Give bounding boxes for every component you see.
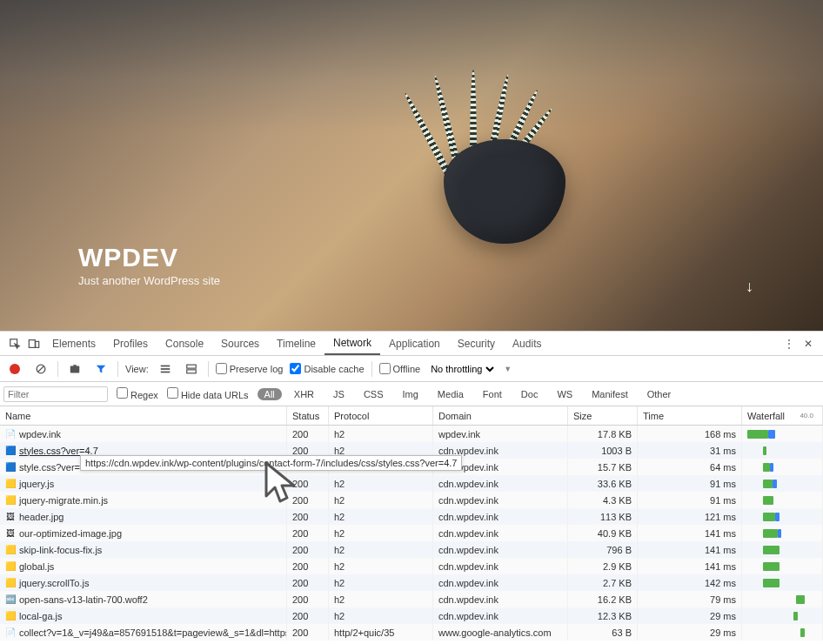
tab-application[interactable]: Application xyxy=(380,332,449,355)
request-time: 141 ms xyxy=(638,525,742,541)
network-request-row[interactable]: 🖼our-optimized-image.jpg200h2cdn.wpdev.i… xyxy=(0,525,823,541)
filter-icon[interactable] xyxy=(91,359,110,379)
js-icon: 🟨 xyxy=(5,561,16,572)
request-name: jquery.js xyxy=(19,479,54,489)
network-request-row[interactable]: 📄wpdev.ink200h2wpdev.ink17.8 KB168 ms xyxy=(0,426,823,442)
request-status: 200 xyxy=(287,558,329,574)
request-protocol: h2 xyxy=(329,492,433,508)
request-time: 168 ms xyxy=(638,426,742,442)
font-icon: 🔤 xyxy=(5,594,16,605)
request-size: 15.7 KB xyxy=(568,459,638,475)
filter-input[interactable] xyxy=(3,386,108,402)
col-status[interactable]: Status xyxy=(287,406,329,425)
request-name: global.js xyxy=(19,561,54,572)
request-status: 200 xyxy=(287,574,329,591)
request-domain: cdn.wpdev.ink xyxy=(433,607,568,624)
network-request-row[interactable]: 🟨jquery.scrollTo.js200h2cdn.wpdev.ink2.7… xyxy=(0,574,823,591)
offline-checkbox[interactable]: Offline xyxy=(379,363,421,374)
request-time: 141 ms xyxy=(638,558,742,574)
col-domain[interactable]: Domain xyxy=(433,406,568,425)
tab-security[interactable]: Security xyxy=(449,332,504,355)
filter-type-doc[interactable]: Doc xyxy=(514,388,545,400)
svg-rect-7 xyxy=(160,365,170,366)
network-request-row[interactable]: 🟨local-ga.js200h2cdn.wpdev.ink12.3 KB29 … xyxy=(0,607,823,624)
tab-timeline[interactable]: Timeline xyxy=(268,332,325,355)
request-domain: www.google-analytics.com xyxy=(433,624,568,641)
tab-elements[interactable]: Elements xyxy=(43,332,104,355)
request-waterfall xyxy=(742,525,823,541)
filter-type-other[interactable]: Other xyxy=(640,388,679,400)
request-name: open-sans-v13-latin-700.woff2 xyxy=(19,594,148,605)
scroll-down-arrow-icon[interactable]: ↓ xyxy=(746,278,753,296)
filter-type-manifest[interactable]: Manifest xyxy=(585,388,635,400)
tab-network[interactable]: Network xyxy=(325,332,380,355)
preserve-log-checkbox[interactable]: Preserve log xyxy=(216,363,284,374)
inspect-element-icon[interactable] xyxy=(5,334,24,353)
request-size: 4.3 KB xyxy=(568,492,638,508)
network-request-row[interactable]: 🟨jquery.js200h2cdn.wpdev.ink33.6 KB91 ms xyxy=(0,475,823,492)
filter-type-xhr[interactable]: XHR xyxy=(287,388,321,400)
tab-audits[interactable]: Audits xyxy=(504,332,550,355)
col-waterfall[interactable]: Waterfall40.0 xyxy=(742,406,823,425)
filter-type-media[interactable]: Media xyxy=(431,388,471,400)
request-protocol: h2 xyxy=(329,574,433,591)
filter-type-font[interactable]: Font xyxy=(476,388,509,400)
network-grid-header: Name Status Protocol Domain Size Time Wa… xyxy=(0,406,823,426)
request-status: 200 xyxy=(287,426,329,442)
tab-console[interactable]: Console xyxy=(157,332,212,355)
request-waterfall xyxy=(742,475,823,492)
col-time[interactable]: Time xyxy=(638,406,742,425)
tab-profiles[interactable]: Profiles xyxy=(104,332,157,355)
request-size: 63 B xyxy=(568,624,638,641)
request-status: 200 xyxy=(287,492,329,508)
svg-rect-8 xyxy=(160,368,170,370)
request-domain: cdn.wpdev.ink xyxy=(433,574,568,591)
disable-cache-checkbox[interactable]: Disable cache xyxy=(290,363,364,374)
request-name: jquery.scrollTo.js xyxy=(19,578,90,588)
regex-checkbox[interactable]: Regex xyxy=(117,387,158,400)
clear-icon[interactable] xyxy=(31,359,50,379)
request-protocol: h2 xyxy=(329,591,433,607)
svg-rect-5 xyxy=(70,366,80,372)
site-title: WPDEV xyxy=(78,243,220,272)
col-protocol[interactable]: Protocol xyxy=(329,406,433,425)
request-status: 200 xyxy=(287,607,329,624)
close-devtools-icon[interactable]: ✕ xyxy=(799,334,818,353)
filter-type-ws[interactable]: WS xyxy=(550,388,579,400)
hide-data-urls-checkbox[interactable]: Hide data URLs xyxy=(167,387,249,400)
filter-type-css[interactable]: CSS xyxy=(357,388,391,400)
view-large-icon[interactable] xyxy=(182,359,201,379)
request-time: 91 ms xyxy=(638,492,742,508)
request-domain: cdn.wpdev.ink xyxy=(433,475,568,492)
filter-type-img[interactable]: Img xyxy=(396,388,425,400)
col-name[interactable]: Name xyxy=(0,406,287,425)
request-time: 142 ms xyxy=(638,574,742,591)
network-request-row[interactable]: 🖼header.jpg200h2cdn.wpdev.ink113 KB121 m… xyxy=(0,508,823,525)
request-domain: cdn.wpdev.ink xyxy=(433,591,568,607)
view-list-icon[interactable] xyxy=(156,359,175,379)
device-toggle-icon[interactable] xyxy=(24,334,43,353)
request-waterfall xyxy=(742,541,823,558)
filter-type-all[interactable]: All xyxy=(258,388,282,400)
request-waterfall xyxy=(742,591,823,607)
network-request-row[interactable]: 🔤open-sans-v13-latin-700.woff2200h2cdn.w… xyxy=(0,591,823,607)
network-request-row[interactable]: 🟨skip-link-focus-fix.js200h2cdn.wpdev.in… xyxy=(0,541,823,558)
request-protocol: h2 xyxy=(329,426,433,442)
record-button[interactable] xyxy=(5,359,24,379)
request-size: 2.9 KB xyxy=(568,558,638,574)
col-size[interactable]: Size xyxy=(568,406,638,425)
request-time: 141 ms xyxy=(638,541,742,558)
img-icon: 🖼 xyxy=(5,528,16,539)
request-time: 29 ms xyxy=(638,624,742,641)
network-request-row[interactable]: 📄collect?v=1&_v=j49&a=857691518&t=pagevi… xyxy=(0,624,823,641)
network-request-row[interactable]: 🟨jquery-migrate.min.js200h2cdn.wpdev.ink… xyxy=(0,492,823,508)
network-request-row[interactable]: 🟨global.js200h2cdn.wpdev.ink2.9 KB141 ms xyxy=(0,558,823,574)
request-protocol: h2 xyxy=(329,525,433,541)
filter-type-js[interactable]: JS xyxy=(326,388,351,400)
request-protocol: h2 xyxy=(329,607,433,624)
throttling-select[interactable]: No throttling xyxy=(427,363,497,375)
capture-screenshot-icon[interactable] xyxy=(65,359,84,379)
svg-rect-9 xyxy=(160,371,170,372)
tab-sources[interactable]: Sources xyxy=(212,332,268,355)
more-icon[interactable]: ⋮ xyxy=(780,334,799,353)
